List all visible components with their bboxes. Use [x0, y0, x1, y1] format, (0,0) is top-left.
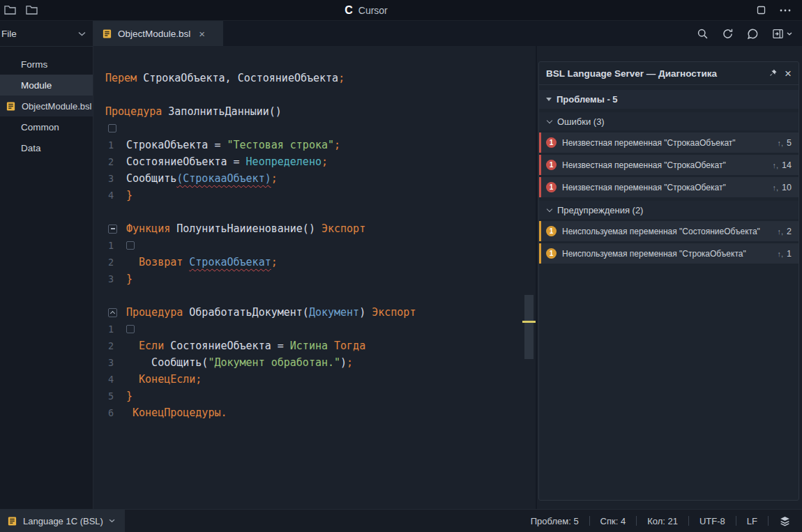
- code-line[interactable]: 3 Сообщить("Документ обработан.");: [105, 354, 536, 371]
- problems-groups: Ошибки (3)1Неизвестная переменная "Строк…: [539, 109, 799, 264]
- diagnostic-line-number: 5: [787, 138, 792, 148]
- code-text: КонецЕсли;: [126, 371, 202, 388]
- chevron-down-icon: [787, 32, 792, 36]
- code-editor[interactable]: Перем СтрокаОбъекта, СостояниеОбъекта;Пр…: [93, 46, 536, 509]
- diagnostic-message: Неиспользуемая переменная "СостояниеОбъе…: [562, 227, 760, 236]
- diagnostic-item-error[interactable]: 1Неизвестная переменная "СтрокааОбъекат"…: [539, 132, 799, 153]
- group-header-warning[interactable]: Предупреждения (2): [539, 201, 799, 219]
- editor-scrollbar[interactable]: [524, 295, 534, 359]
- gutter: 2: [105, 337, 126, 354]
- gutter: 2: [105, 254, 126, 271]
- code-line[interactable]: 4}: [105, 187, 536, 204]
- close-icon[interactable]: ×: [785, 68, 792, 79]
- gutter: 4: [105, 187, 126, 204]
- code-line[interactable]: 2 Если СостояниеОбъекта = Истина Тогда: [105, 337, 536, 354]
- sidebar-item-label: ObjectModule.bsl: [22, 101, 91, 112]
- code-text: Процедура ОбработатьДокумент(Документ) Э…: [126, 304, 416, 321]
- diagnostic-item-warning[interactable]: 1Неиспользуемая переменная "СтрокаОбъект…: [539, 243, 799, 264]
- code-text: КонецПроцедуры.: [126, 404, 227, 421]
- goto-line-arrow-icon: ↑,: [773, 183, 779, 192]
- sync-icon[interactable]: [722, 28, 734, 40]
- tab-objectmodule[interactable]: ObjectModule.bsl ×: [93, 21, 223, 46]
- diagnostic-line-number: 1: [787, 249, 792, 259]
- diagnostic-line-number: 2: [787, 227, 792, 236]
- code-line[interactable]: 2СостояниеОбъекта = Неопределено;: [105, 153, 536, 170]
- code-text: Сообщить("Документ обработан.");: [126, 354, 353, 371]
- language-selector[interactable]: Language 1C (BSL): [0, 510, 125, 532]
- code-line[interactable]: [105, 86, 536, 103]
- separator: [636, 516, 637, 526]
- code-line[interactable]: 6 КонецПроцедуры.: [105, 404, 536, 421]
- fold-expand-icon[interactable]: [108, 308, 117, 317]
- problems-header-label: Проблемы - 5: [557, 94, 618, 105]
- problems-section-header[interactable]: Проблемы - 5: [539, 90, 799, 109]
- code-line[interactable]: Перем СтрокаОбъекта, СостояниеОбъекта;: [105, 70, 536, 86]
- sidebar-item-module[interactable]: Module: [0, 75, 93, 96]
- code-line[interactable]: 1: [105, 237, 536, 254]
- triangle-down-icon: [546, 98, 552, 101]
- tab-close-icon[interactable]: ×: [199, 28, 205, 40]
- status-item[interactable]: Проблем: 5: [531, 516, 579, 526]
- sidebar-header[interactable]: File: [0, 21, 93, 47]
- code-line[interactable]: 1СтрокаОбъекта = "Тестовая строка";: [105, 137, 536, 153]
- code-line[interactable]: [105, 204, 536, 220]
- code-line[interactable]: Процедура ОбработатьДокумент(Документ) Э…: [105, 304, 536, 321]
- status-item[interactable]: LF: [747, 516, 757, 526]
- status-item[interactable]: UTF-8: [699, 516, 725, 526]
- search-icon[interactable]: [697, 28, 709, 40]
- split-editor-icon[interactable]: [772, 28, 792, 40]
- code-text: }: [126, 187, 133, 204]
- sidebar-header-label: File: [1, 29, 17, 39]
- layers-icon[interactable]: [779, 515, 791, 527]
- code-text: }: [126, 388, 133, 404]
- group-header-error[interactable]: Ошибки (3): [539, 112, 799, 130]
- code-line[interactable]: [105, 120, 536, 137]
- gutter: [105, 308, 126, 317]
- sidebar-item-common[interactable]: Common: [0, 116, 93, 137]
- bsl-file-icon: [6, 101, 16, 112]
- code-line[interactable]: 4 КонецЕсли;: [105, 371, 536, 388]
- sidebar-item-forms[interactable]: Forms: [0, 54, 93, 75]
- code-line[interactable]: 5}: [105, 388, 536, 404]
- status-item[interactable]: Спк: 4: [600, 516, 626, 526]
- gutter: 4: [105, 371, 126, 388]
- status-item[interactable]: Кол: 21: [647, 516, 678, 526]
- separator: [736, 516, 736, 526]
- fold-collapse-icon[interactable]: [108, 225, 117, 234]
- severity-badge: 1: [546, 248, 557, 259]
- code-line[interactable]: 1: [105, 321, 536, 337]
- diagnostic-item-error[interactable]: 1Неизвестная переменная "СтрокаОбекат"↑,…: [539, 177, 799, 197]
- language-label: Language 1C (BSL): [23, 516, 103, 526]
- maximize-icon[interactable]: [757, 6, 766, 15]
- gutter: 3: [105, 354, 126, 371]
- gutter: [105, 225, 126, 234]
- gutter: [105, 124, 126, 132]
- code-text: }: [126, 271, 133, 287]
- chat-icon[interactable]: [747, 28, 759, 40]
- diagnostic-message: Неиспользуемая переменная "СтрокаОбъекта…: [562, 249, 746, 259]
- severity-badge: 1: [546, 226, 557, 236]
- folder-icon[interactable]: [4, 5, 16, 15]
- chevron-down-icon: [547, 117, 552, 123]
- goto-line-arrow-icon: ↑,: [773, 161, 779, 169]
- code-line[interactable]: [105, 287, 536, 304]
- code-text: Перем СтрокаОбъекта, СостояниеОбъекта;: [105, 70, 345, 86]
- pin-icon[interactable]: [768, 68, 778, 78]
- panel-region: BSL Language Server — Диагностика × Проб…: [536, 46, 802, 509]
- diagnostic-item-warning[interactable]: 1Неиспользуемая переменная "СостояниеОбъ…: [539, 221, 799, 241]
- code-line[interactable]: Процедура ЗаполнитьДанныии(): [105, 103, 536, 120]
- title-bar: C Cursor: [0, 0, 802, 21]
- code-line[interactable]: 3Сообщить(СтрокааОбъект);: [105, 170, 536, 187]
- sidebar: File FormsModuleObjectModule.bslCommonDa…: [0, 21, 93, 509]
- code-line[interactable]: 2 Возврат СтрокаОбъекат;: [105, 254, 536, 271]
- more-icon[interactable]: [780, 9, 791, 12]
- sidebar-item-objectmodule-bsl[interactable]: ObjectModule.bsl: [0, 96, 93, 116]
- code-line[interactable]: Функция ПолунитьНаииенование() Экспорт: [105, 220, 536, 237]
- code-text: СтрокаОбъекта = "Тестовая строка";: [126, 137, 340, 153]
- diagnostics-header: BSL Language Server — Диагностика ×: [539, 62, 799, 85]
- folder-icon[interactable]: [26, 5, 38, 15]
- diagnostic-item-error[interactable]: 1Неизвестная переменная "СтрокаОбекат"↑,…: [539, 155, 799, 175]
- goto-line-arrow-icon: ↑,: [777, 250, 783, 258]
- code-line[interactable]: 3}: [105, 271, 536, 287]
- sidebar-item-data[interactable]: Data: [0, 137, 93, 158]
